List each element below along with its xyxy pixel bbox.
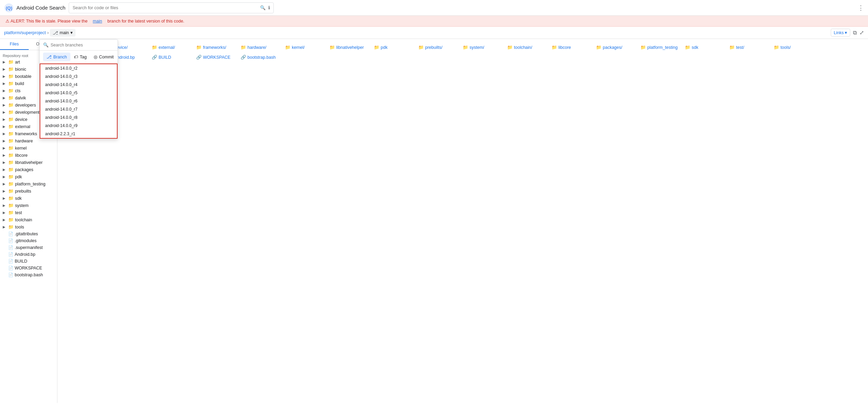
expand-arrow-icon: ▶ (3, 96, 7, 100)
search-icon[interactable]: 🔍 (260, 5, 266, 10)
tag-option[interactable]: 🏷 Tag (70, 53, 90, 61)
sidebar-folder-item[interactable]: ▶📁libnativehelper (0, 159, 57, 166)
sidebar-folder-item[interactable]: ▶📁kernel (0, 144, 57, 152)
alert-suffix: branch for the latest version of this co… (107, 19, 184, 24)
sidebar-item-label: cts (15, 88, 21, 93)
folder-entry-label: prebuilts/ (425, 45, 443, 50)
more-options-icon[interactable]: ⋮ (858, 4, 864, 12)
sidebar-file-item[interactable]: 📄BUILD (0, 258, 57, 265)
folder-row: 📁developers/📁device/📁external/📁framework… (63, 43, 863, 52)
file-entry[interactable]: 🔗WORKSPACE (196, 53, 241, 61)
folder-entry[interactable]: 📁prebuilts/ (418, 43, 463, 52)
sidebar-folder-item[interactable]: ▶📁sdk (0, 195, 57, 202)
branch-list-item[interactable]: android-2.2.3_r2 (40, 138, 117, 139)
file-icon: 📄 (8, 273, 13, 277)
sidebar-folder-item[interactable]: ▶📁packages (0, 166, 57, 173)
sidebar-file-item[interactable]: 📄.supermanifest (0, 244, 57, 251)
folder-entry[interactable]: 📁external/ (152, 43, 196, 52)
branch-list-item[interactable]: android-14.0.0_r5 (40, 89, 117, 97)
folder-icon: 📁 (8, 153, 14, 158)
expand-arrow-icon: ▶ (3, 175, 7, 179)
app-logo-icon: (Q) (4, 3, 14, 13)
folder-icon: 📁 (8, 59, 14, 65)
sidebar-item-label: device (15, 117, 27, 122)
branch-list-item[interactable]: android-14.0.0_r7 (40, 105, 117, 113)
sidebar-file-item[interactable]: 📄Android.bp (0, 251, 57, 258)
branch-selector[interactable]: ⎇ main ▾ (50, 29, 75, 37)
file-entry[interactable]: 🔗BUILD (152, 53, 196, 61)
tab-files[interactable]: Files (0, 39, 29, 50)
folder-entry-icon: 📁 (463, 45, 468, 50)
sidebar-item-label: tools (15, 225, 24, 229)
alert-main-link[interactable]: main (93, 19, 102, 24)
app-title: Android Code Search (16, 5, 65, 11)
branch-list-item[interactable]: android-14.0.0_r2 (40, 64, 117, 72)
sidebar-file-item[interactable]: 📄.gitmodules (0, 237, 57, 244)
expand-arrow-icon: ▶ (3, 182, 7, 186)
folder-entry[interactable]: 📁hardware/ (241, 43, 285, 52)
folder-entry[interactable]: 📁toolchain/ (507, 43, 552, 52)
sidebar-item-label: sdk (15, 196, 22, 201)
search-bar[interactable]: 🔍 ℹ (69, 2, 274, 13)
folder-entry[interactable]: 📁kernel/ (285, 43, 329, 52)
commit-option[interactable]: ◎ Commit (90, 53, 117, 61)
dropdown-search-icon: 🔍 (43, 42, 49, 47)
folder-entry[interactable]: 📁system/ (463, 43, 507, 52)
expand-arrow-icon: ▶ (3, 211, 7, 214)
sidebar-item-label: .gitmodules (15, 238, 37, 243)
sidebar-folder-item[interactable]: ▶📁pdk (0, 173, 57, 180)
sidebar-item-label: hardware (15, 139, 33, 143)
folder-entry-label: kernel/ (292, 45, 305, 50)
split-view-icon[interactable]: ⧉ (853, 30, 857, 36)
branch-option[interactable]: ⎇ Branch (43, 53, 70, 61)
sidebar-folder-item[interactable]: ▶📁platform_testing (0, 180, 57, 187)
help-icon[interactable]: ℹ (268, 5, 270, 10)
file-entry-icon: 🔗 (152, 55, 157, 60)
sidebar-folder-item[interactable]: ▶📁prebuilts (0, 187, 57, 195)
dropdown-search-row: 🔍 (40, 40, 118, 51)
expand-arrow-icon: ▶ (3, 218, 7, 222)
sidebar-file-item[interactable]: 📄WORKSPACE (0, 265, 57, 271)
folder-entry[interactable]: 📁packages/ (596, 43, 640, 52)
folder-entry[interactable]: 📁tools/ (774, 43, 818, 52)
folder-entry-icon: 📁 (774, 45, 779, 50)
folder-entry[interactable]: 📁test/ (729, 43, 774, 52)
folder-entry-label: system/ (470, 45, 484, 50)
branch-list-item[interactable]: android-14.0.0_r8 (40, 113, 117, 122)
search-input[interactable] (72, 5, 260, 10)
file-entry[interactable]: 🔗bootstrap.bash (241, 53, 285, 61)
folder-entry[interactable]: 📁pdk (374, 43, 418, 52)
commit-option-icon: ◎ (94, 54, 97, 59)
branch-list-item[interactable]: android-2.2.3_r1 (40, 130, 117, 138)
branch-search-input[interactable] (51, 43, 114, 47)
expand-arrow-icon: ▶ (3, 110, 7, 114)
folder-entry[interactable]: 📁libcore (552, 43, 596, 52)
alert-text: ⚠ ALERT: This file is stale. Please view… (5, 18, 87, 24)
fullscreen-icon[interactable]: ⤢ (859, 29, 864, 36)
folder-entry[interactable]: 📁platform_testing (640, 43, 685, 52)
breadcrumb-path[interactable]: platform/superproject (4, 30, 46, 35)
folder-entry-icon: 📁 (152, 45, 157, 50)
folder-entry[interactable]: 📁sdk (685, 43, 729, 52)
sidebar-folder-item[interactable]: ▶📁test (0, 209, 57, 216)
sidebar-folder-item[interactable]: ▶📁toolchain (0, 216, 57, 223)
folder-icon: 📁 (8, 189, 14, 194)
folder-entry[interactable]: 📁frameworks/ (196, 43, 241, 52)
links-button[interactable]: Links ▾ (831, 29, 850, 37)
folder-entry-label: platform_testing (647, 45, 678, 50)
sidebar-folder-item[interactable]: ▶📁tools (0, 223, 57, 231)
sidebar-folder-item[interactable]: ▶📁system (0, 202, 57, 209)
branch-list-item[interactable]: android-14.0.0_r6 (40, 97, 117, 105)
folder-entry[interactable]: 📁libnativehelper (329, 43, 374, 52)
branch-list-item[interactable]: android-14.0.0_r4 (40, 81, 117, 89)
branch-list-item[interactable]: android-14.0.0_r3 (40, 72, 117, 81)
sidebar-item-label: pdk (15, 175, 22, 179)
sidebar-folder-item[interactable]: ▶📁libcore (0, 152, 57, 159)
sidebar-file-item[interactable]: 📄bootstrap.bash (0, 271, 57, 278)
sidebar-file-item[interactable]: 📄.gitattributes (0, 231, 57, 237)
expand-arrow-icon: ▶ (3, 132, 7, 136)
commit-option-label: Commit (99, 55, 114, 59)
branch-list-item[interactable]: android-14.0.0_r9 (40, 122, 117, 130)
folder-entry-icon: 📁 (685, 45, 690, 50)
expand-arrow-icon: ▶ (3, 74, 7, 78)
